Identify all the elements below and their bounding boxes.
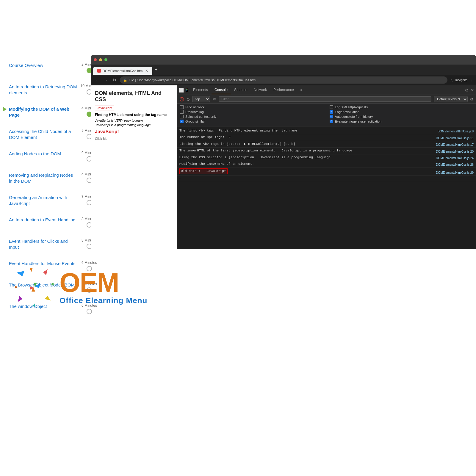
- logo-oem-text: OEM: [60, 269, 148, 296]
- hide-network-checkbox[interactable]: [180, 105, 184, 109]
- devtools-tab-sources[interactable]: Sources: [231, 86, 250, 94]
- devtools-context-select[interactable]: top: [192, 96, 210, 102]
- devtools-tab-more[interactable]: »: [298, 86, 306, 94]
- new-tab-button[interactable]: +: [152, 67, 160, 72]
- devtools-settings-icon[interactable]: ⚙: [465, 88, 469, 93]
- devtools-settings-panel: Hide network Preserve log Selected conte…: [177, 104, 476, 126]
- console-eye-icon[interactable]: 👁: [212, 97, 216, 101]
- sidebar-title-adding-nodes[interactable]: Adding Nodes to the DOM: [9, 151, 77, 157]
- group-similar-label: Group similar: [185, 120, 205, 123]
- sidebar-title-generating-animation[interactable]: Generating an Animation with JavaScript: [9, 195, 77, 206]
- logo-arrows-svg: [15, 268, 54, 306]
- browser-window: DOMElementsHtmlCss.html ✕ + ← → ↻ 🔒 File…: [91, 55, 476, 249]
- console-filter-icon[interactable]: ⊘: [187, 97, 190, 101]
- log-xml-label: Log XMLHttpRequests: [335, 105, 368, 109]
- console-text-5: Using the CSS selector i.jsdescription J…: [179, 155, 433, 160]
- console-ref-4[interactable]: DOMElementsHtmlCss.js:20: [436, 150, 474, 153]
- webpage-pane: DOM elements, HTML And CSS JavaScript Fi…: [91, 85, 177, 249]
- console-ref-1[interactable]: DOMElementsHtmlCss.js:8: [438, 130, 474, 133]
- console-text-2: The number of <p> tags: 2: [179, 135, 433, 140]
- sidebar-item-generating-animation[interactable]: Generating an Animation with JavaScript7…: [9, 195, 98, 212]
- browser-minimize-dot[interactable]: [99, 58, 102, 61]
- url-lock-icon: 🔒: [123, 79, 127, 82]
- browser-content: DOM elements, HTML And CSS JavaScript Fi…: [91, 85, 476, 249]
- devtools-levels-select[interactable]: Default levels ▼: [434, 96, 468, 102]
- console-line-arrow: ›: [177, 176, 476, 181]
- devtools-tab-network[interactable]: Network: [251, 86, 270, 94]
- menu-icon[interactable]: ⋮: [469, 78, 473, 82]
- console-text-3: Listing the <b> tags in jstext: ▶ HTMLCo…: [179, 142, 433, 146]
- sidebar-title-event-handlers-mouse[interactable]: Event Handlers for Mouse Events: [9, 261, 77, 267]
- sidebar-item-course-overview[interactable]: Course Overview2 Minutes: [9, 62, 98, 79]
- selected-context-checkbox[interactable]: [180, 115, 184, 118]
- console-text-6: Modifying the innerHTML of an element:: [179, 162, 433, 166]
- browser-titlebar: [91, 55, 476, 65]
- sidebar-title-modifying-dom[interactable]: Modifying the DOM of a Web Page: [9, 106, 77, 118]
- autocomplete-checkbox[interactable]: [330, 115, 333, 118]
- devtools-pane: ⬜ 📱 Elements Console Sources Network Per…: [177, 85, 476, 249]
- devtools-tabs: ⬜ 📱 Elements Console Sources Network Per…: [177, 85, 476, 95]
- console-ref-7[interactable]: DOMElementsHtmlCss.js:29: [436, 171, 474, 174]
- preserve-log-checkbox[interactable]: [180, 110, 184, 114]
- sidebar-item-event-handlers-clicks[interactable]: Event Handlers for Clicks and Input8 Min…: [9, 238, 98, 255]
- devtools-tab-elements[interactable]: Elements: [190, 86, 211, 94]
- sidebar-title-course-overview[interactable]: Course Overview: [9, 62, 77, 68]
- devtools-filter-input[interactable]: [219, 96, 431, 102]
- sidebar-title-removing-replacing[interactable]: Removing and Replacing Nodes in the DOM: [9, 172, 77, 184]
- devtools-inspect-icon[interactable]: ⬜: [179, 88, 184, 93]
- tab-close-button[interactable]: ✕: [145, 69, 148, 73]
- reload-button[interactable]: ↻: [112, 77, 118, 83]
- svg-marker-5: [33, 303, 36, 306]
- group-similar-checkbox[interactable]: [180, 120, 184, 123]
- svg-marker-2: [43, 269, 48, 275]
- preserve-log-label: Preserve log: [185, 110, 204, 114]
- sidebar-item-modifying-dom[interactable]: Modifying the DOM of a Web Page4 Minutes: [9, 106, 98, 123]
- bookmark-icon[interactable]: ☆: [450, 78, 453, 82]
- active-arrow-marker: [3, 107, 7, 112]
- sidebar-title-intro-event[interactable]: An Introduction to Event Handling: [9, 217, 77, 223]
- evaluate-triggers-label: Evaluate triggers user activation: [335, 120, 382, 123]
- devtools-settings-col2: Log XMLHttpRequests Eager evaluation Aut…: [327, 104, 476, 126]
- sidebar-item-child-nodes[interactable]: Accessing the Child Nodes of a DOM Eleme…: [9, 129, 98, 145]
- devtools-tab-performance[interactable]: Performance: [270, 86, 297, 94]
- browser-close-dot[interactable]: [94, 58, 97, 61]
- webpage-line1: JavaScript is VERY easy to learn: [95, 119, 173, 122]
- url-text: File | /Users/loony/workspace/DOM/DOMEle…: [129, 78, 256, 82]
- sidebar-item-intro-event[interactable]: An Introduction to Event Handling8 Minut…: [9, 217, 98, 233]
- logo-subtitle: Office Elearning Menu: [60, 296, 148, 305]
- eager-eval-checkbox[interactable]: [330, 110, 333, 114]
- sidebar-item-removing-replacing[interactable]: Removing and Replacing Nodes in the DOM4…: [9, 172, 98, 189]
- console-text-4: The innerHTML of the first jsdescription…: [179, 148, 433, 153]
- sidebar-title-child-nodes[interactable]: Accessing the Child Nodes of a DOM Eleme…: [9, 129, 77, 140]
- devtools-tab-console[interactable]: Console: [212, 86, 231, 94]
- devtools-device-icon[interactable]: 📱: [184, 88, 190, 93]
- log-xml-checkbox[interactable]: [330, 105, 333, 109]
- sidebar-title-event-handlers-clicks[interactable]: Event Handlers for Clicks and Input: [9, 238, 77, 250]
- evaluate-triggers-checkbox[interactable]: [330, 120, 333, 123]
- settings-autocomplete: Autocomplete from history: [330, 115, 473, 118]
- sidebar-item-intro-retrieving[interactable]: An Introduction to Retrieving DOM elemen…: [9, 84, 98, 101]
- svg-marker-6: [18, 296, 22, 302]
- devtools-toolbar: 🚫 ⊘ top 👁 Default levels ▼ ⚙: [177, 95, 476, 104]
- logo-text-container: OEM Office Elearning Menu: [60, 269, 148, 305]
- console-clear-icon[interactable]: 🚫: [179, 97, 184, 101]
- settings-selected-context: Selected context only: [180, 115, 324, 118]
- devtools-tab-actions: ⚙ ✕: [465, 88, 474, 93]
- logo-area: OEM Office Elearning Menu: [15, 268, 148, 306]
- console-ref-2[interactable]: DOMElementsHtmlCss.js:11: [436, 137, 474, 140]
- browser-tab-active[interactable]: DOMElementsHtmlCss.html ✕: [93, 67, 152, 75]
- webpage-click-me[interactable]: Click Me!: [95, 137, 173, 140]
- console-ref-6[interactable]: DOMElementsHtmlCss.js:28: [436, 163, 474, 166]
- console-ref-3[interactable]: DOMElementsHtmlCss.js:17: [436, 143, 474, 146]
- webpage-js-badge: JavaScript: [95, 106, 114, 110]
- svg-marker-0: [17, 269, 26, 278]
- sidebar-title-intro-retrieving[interactable]: An Introduction to Retrieving DOM elemen…: [9, 84, 77, 95]
- url-bar[interactable]: 🔒 File | /Users/loony/workspace/DOM/DOME…: [120, 76, 447, 84]
- forward-button[interactable]: →: [103, 77, 109, 83]
- devtools-close-icon[interactable]: ✕: [471, 88, 474, 93]
- console-ref-5[interactable]: DOMElementsHtmlCss.js:24: [436, 156, 474, 160]
- back-button[interactable]: ←: [94, 77, 100, 83]
- browser-maximize-dot[interactable]: [104, 58, 107, 61]
- devtools-settings-gear[interactable]: ⚙: [470, 97, 474, 101]
- sidebar-item-adding-nodes[interactable]: Adding Nodes to the DOM9 Minutes: [9, 151, 98, 167]
